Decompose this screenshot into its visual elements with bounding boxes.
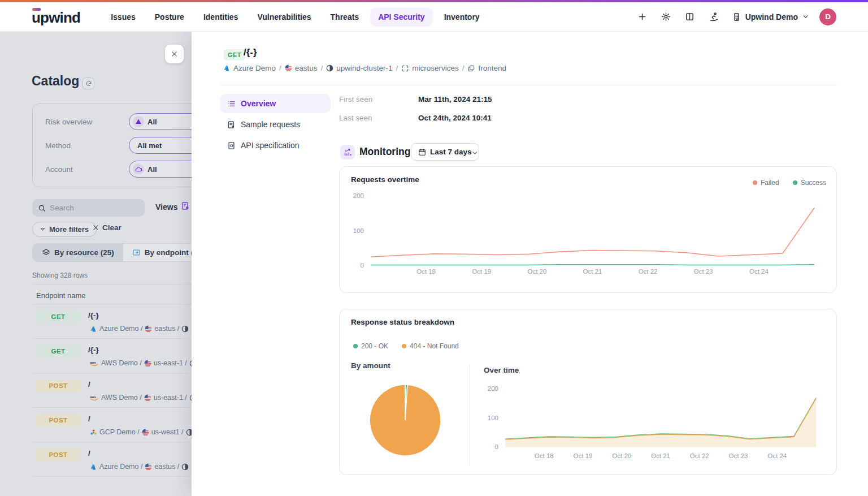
detail-tab-label: Sample requests (241, 120, 300, 129)
filter-row-account: AccountAll (45, 161, 192, 178)
add-button[interactable] (634, 8, 651, 25)
calendar-icon (418, 148, 426, 156)
search-input[interactable] (50, 204, 129, 212)
nav-item-api-security[interactable]: API Security (370, 7, 432, 27)
book-icon (685, 12, 695, 21)
close-icon (171, 50, 178, 58)
search-box[interactable] (32, 199, 145, 217)
row-count-text: Showing 328 rows (32, 271, 88, 279)
endpoint-row[interactable]: GET/{-}Azure Demo / eastus / (32, 304, 192, 339)
navbar-actions: Upwind Demo D (634, 8, 836, 25)
refresh-button[interactable] (83, 77, 94, 89)
legend-item-404-not-found[interactable]: 404 - Not Found (402, 342, 459, 350)
filter-pill-method[interactable]: All met (129, 137, 192, 154)
svg-text:Oct 23: Oct 23 (729, 452, 748, 459)
svg-text:Oct 20: Oct 20 (527, 268, 546, 275)
org-switcher[interactable]: Upwind Demo (729, 10, 813, 24)
aws-icon: aws (90, 394, 99, 401)
endpoint-row[interactable]: GET/{-}awsAWS Demo / us-east-1 / (32, 339, 192, 373)
filter-pill-account[interactable]: All (129, 161, 192, 178)
detail-tab-api-specification[interactable]: API specification (220, 136, 331, 155)
refresh-icon (85, 80, 92, 87)
monitoring-title: Monitoring (359, 146, 410, 158)
breadcrumb-item-frontend[interactable]: frontend (467, 64, 506, 72)
breadcrumb-item-eastus[interactable]: eastus (285, 64, 318, 72)
breadcrumb-item-upwind-cluster-1[interactable]: upwind-cluster-1 (326, 64, 392, 72)
endpoint-path: /{-} (88, 346, 99, 354)
detail-tab-overview[interactable]: Overview (220, 94, 331, 113)
tab-by-endpoint[interactable]: By endpoint ( (123, 244, 192, 261)
svg-text:Oct 19: Oct 19 (472, 268, 491, 275)
azure-icon (90, 463, 97, 471)
endpoint-path: /{-} (88, 311, 99, 320)
method-badge: POST (36, 414, 80, 426)
nav-item-posture[interactable]: Posture (147, 7, 192, 27)
org-name: Upwind Demo (745, 12, 798, 21)
endpoint-row[interactable]: POST/awsAWS Demo / us-east-1 / (32, 373, 192, 408)
chevron-down-icon (802, 13, 809, 20)
time-range-caret-button[interactable] (468, 146, 481, 159)
close-panel-button[interactable] (165, 45, 184, 63)
by-amount-label: By amount (351, 361, 390, 370)
nav-item-inventory[interactable]: Inventory (436, 7, 488, 27)
svg-text:Oct 24: Oct 24 (749, 268, 769, 275)
filter-label: Method (45, 141, 129, 150)
clear-filters-button[interactable]: Clear (92, 223, 121, 232)
cluster-icon (181, 325, 189, 333)
vertical-divider (470, 365, 470, 465)
aws-icon: aws (90, 360, 99, 366)
legend-item-failed[interactable]: Failed (753, 179, 779, 187)
endpoint-path: / (88, 415, 90, 423)
namespace-icon (401, 64, 409, 72)
svg-text:Oct 24: Oct 24 (767, 452, 787, 459)
endpoint-row[interactable]: POST/GCP Demo / us-west1 / (32, 408, 192, 442)
cluster-icon (181, 463, 189, 471)
views-icon[interactable] (181, 201, 190, 210)
avatar[interactable]: D (819, 8, 836, 25)
logo-accent (32, 8, 41, 11)
clear-label: Clear (102, 223, 121, 232)
cluster-icon (186, 429, 192, 436)
settings-button[interactable] (658, 8, 675, 25)
filter-label: Account (45, 165, 129, 174)
svg-text:Oct 18: Oct 18 (416, 268, 436, 275)
endpoint-row[interactable]: POST/Azure Demo / eastus / (32, 442, 192, 477)
svg-text:Oct 18: Oct 18 (535, 452, 554, 459)
endpoint-path: / (88, 380, 90, 389)
chevron-down-icon (471, 149, 479, 157)
more-filters-button[interactable]: More filters (32, 222, 97, 237)
response-legend: 200 - OK404 - Not Found (353, 342, 459, 350)
legend-item-200-ok[interactable]: 200 - OK (353, 342, 388, 350)
endpoint-icon (132, 248, 141, 257)
cluster-icon (326, 64, 333, 72)
filter-row-method: MethodAll met (45, 137, 192, 154)
svg-text:Oct 19: Oct 19 (574, 452, 593, 459)
breadcrumb-label: upwind-cluster-1 (336, 64, 392, 72)
method-badge: POST (36, 379, 80, 392)
breadcrumb-item-azure-demo[interactable]: Azure Demo (223, 64, 276, 72)
upwind-logo[interactable]: upwind (32, 7, 80, 27)
nav-item-threats[interactable]: Threats (323, 7, 367, 27)
nav-item-issues[interactable]: Issues (103, 7, 144, 27)
tab-by-resource-25[interactable]: By resource (25) (33, 244, 123, 261)
list-divider (32, 284, 192, 284)
assistant-button[interactable] (705, 8, 722, 25)
logo-text: upwind (32, 9, 80, 26)
endpoint-location: Azure Demo / eastus / (90, 463, 192, 471)
nav-item-vulnerabilities[interactable]: Vulnerabilities (249, 7, 319, 27)
breadcrumb-item-microservices[interactable]: microservices (401, 64, 459, 72)
breadcrumb-label: Azure Demo (233, 64, 276, 72)
warning-triangle-icon (133, 116, 144, 127)
svg-text:Oct 20: Oct 20 (612, 452, 631, 459)
nav-item-identities[interactable]: Identities (196, 7, 246, 27)
detail-tab-sample-requests[interactable]: Sample requests (220, 115, 331, 134)
svg-text:0: 0 (361, 262, 364, 269)
views-label: Views (155, 202, 177, 212)
time-range-label: Last 7 days (430, 148, 472, 156)
legend-dot (353, 344, 358, 348)
legend-item-success[interactable]: Success (793, 179, 826, 187)
breadcrumb-label: eastus (295, 64, 318, 72)
filter-pill-risk-overview[interactable]: All (129, 113, 192, 130)
docs-button[interactable] (682, 8, 698, 25)
requests-overtime-card: Requests overtime FailedSuccess 0100200O… (339, 166, 837, 293)
